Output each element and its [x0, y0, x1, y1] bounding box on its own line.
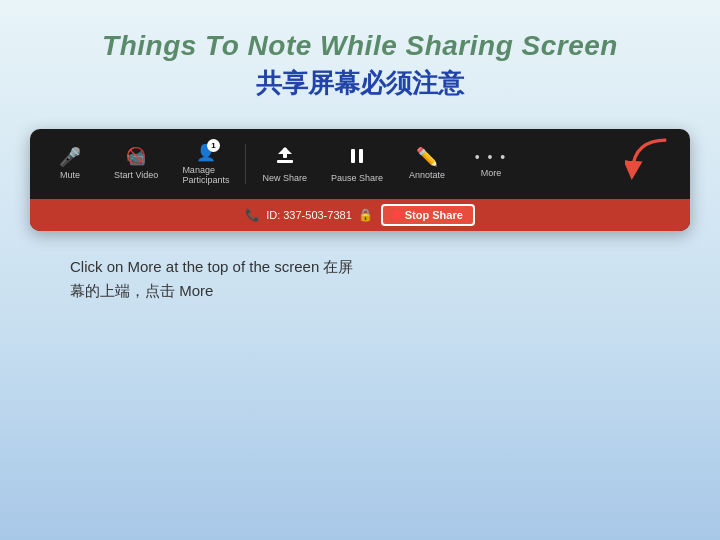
svg-rect-5 — [359, 149, 363, 163]
more-label: More — [481, 168, 502, 178]
more-button[interactable]: • • • More — [461, 144, 521, 184]
new-share-icon — [275, 146, 295, 169]
title-chinese: 共享屏幕必须注意 — [102, 66, 618, 101]
video-label: Start Video — [114, 170, 158, 180]
pause-share-label: Pause Share — [331, 173, 383, 183]
toolbar-screenshot: 🎤 Mute 📹 🚫 Start Video 👤 1 ManagePartici… — [30, 129, 690, 231]
toolbar-main: 🎤 Mute 📹 🚫 Start Video 👤 1 ManagePartici… — [30, 129, 690, 199]
new-share-label: New Share — [262, 173, 307, 183]
stop-share-button[interactable]: Stop Share — [381, 204, 475, 226]
meeting-id: ID: 337-503-7381 — [266, 209, 352, 221]
start-video-button[interactable]: 📹 🚫 Start Video — [104, 142, 168, 186]
participants-label: ManageParticipants — [182, 165, 229, 185]
stop-dot — [393, 211, 401, 219]
participants-icon: 👤 1 — [196, 143, 216, 161]
annotate-button[interactable]: ✏️ Annotate — [397, 142, 457, 186]
title-block: Things To Note While Sharing Screen 共享屏幕… — [102, 30, 618, 101]
mute-icon: 🎤 — [59, 148, 81, 166]
annotate-icon: ✏️ — [416, 148, 438, 166]
lock-icon: 🔒 — [358, 208, 373, 222]
annotate-label: Annotate — [409, 170, 445, 180]
pause-share-button[interactable]: Pause Share — [321, 140, 393, 189]
mute-button[interactable]: 🎤 Mute — [40, 142, 100, 186]
title-english: Things To Note While Sharing Screen — [102, 30, 618, 62]
arrow-annotation — [625, 131, 680, 186]
video-icon: 📹 🚫 — [126, 148, 146, 166]
more-icon: • • • — [475, 150, 507, 164]
description-line2: 幕的上端，点击 More — [70, 279, 353, 303]
manage-participants-button[interactable]: 👤 1 ManageParticipants — [172, 137, 239, 191]
svg-rect-3 — [277, 160, 293, 163]
stop-share-label: Stop Share — [405, 209, 463, 221]
description-block: Click on More at the top of the screen 在… — [70, 255, 353, 303]
description-line1: Click on More at the top of the screen 在… — [70, 255, 353, 279]
toolbar-bottom: 📞 ID: 337-503-7381 🔒 Stop Share — [30, 199, 690, 231]
meeting-id-area: 📞 ID: 337-503-7381 🔒 — [245, 208, 373, 222]
svg-marker-2 — [278, 147, 292, 154]
svg-rect-4 — [351, 149, 355, 163]
phone-icon: 📞 — [245, 208, 260, 222]
separator-1 — [245, 144, 246, 184]
mute-label: Mute — [60, 170, 80, 180]
pause-icon — [347, 146, 367, 169]
new-share-button[interactable]: New Share — [252, 140, 317, 189]
